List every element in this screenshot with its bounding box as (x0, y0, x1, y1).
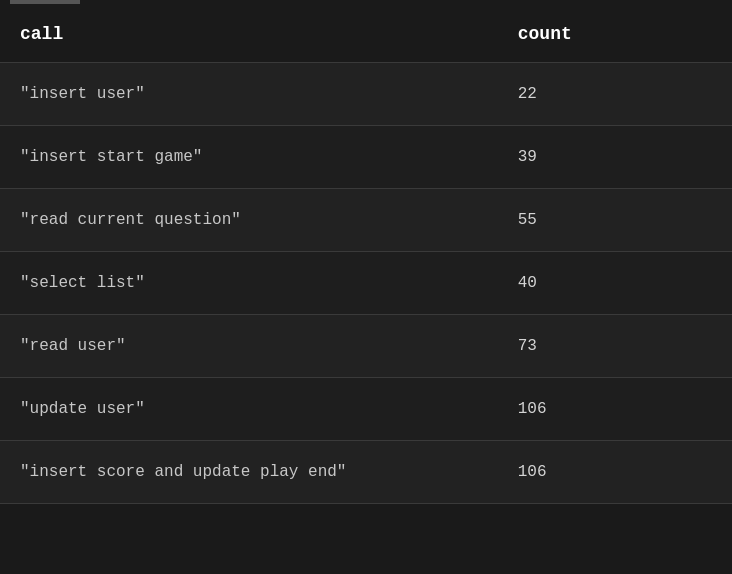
column-header-call: call (0, 6, 498, 63)
table-container: call count "insert user"22"insert start … (0, 6, 732, 504)
column-header-count: count (498, 6, 732, 63)
cell-count: 106 (498, 441, 732, 504)
cell-call: "read current question" (0, 189, 498, 252)
cell-count: 55 (498, 189, 732, 252)
cell-count: 40 (498, 252, 732, 315)
table-row: "select list"40 (0, 252, 732, 315)
cell-call: "insert user" (0, 63, 498, 126)
table-row: "update user"106 (0, 378, 732, 441)
cell-call: "insert score and update play end" (0, 441, 498, 504)
table-row: "insert user"22 (0, 63, 732, 126)
cell-call: "select list" (0, 252, 498, 315)
cell-count: 39 (498, 126, 732, 189)
cell-call: "update user" (0, 378, 498, 441)
table-row: "read current question"55 (0, 189, 732, 252)
top-bar (10, 0, 80, 4)
table-row: "insert score and update play end"106 (0, 441, 732, 504)
cell-call: "insert start game" (0, 126, 498, 189)
table-header-row: call count (0, 6, 732, 63)
cell-count: 22 (498, 63, 732, 126)
data-table: call count "insert user"22"insert start … (0, 6, 732, 504)
cell-call: "read user" (0, 315, 498, 378)
table-row: "insert start game"39 (0, 126, 732, 189)
cell-count: 73 (498, 315, 732, 378)
table-row: "read user"73 (0, 315, 732, 378)
cell-count: 106 (498, 378, 732, 441)
